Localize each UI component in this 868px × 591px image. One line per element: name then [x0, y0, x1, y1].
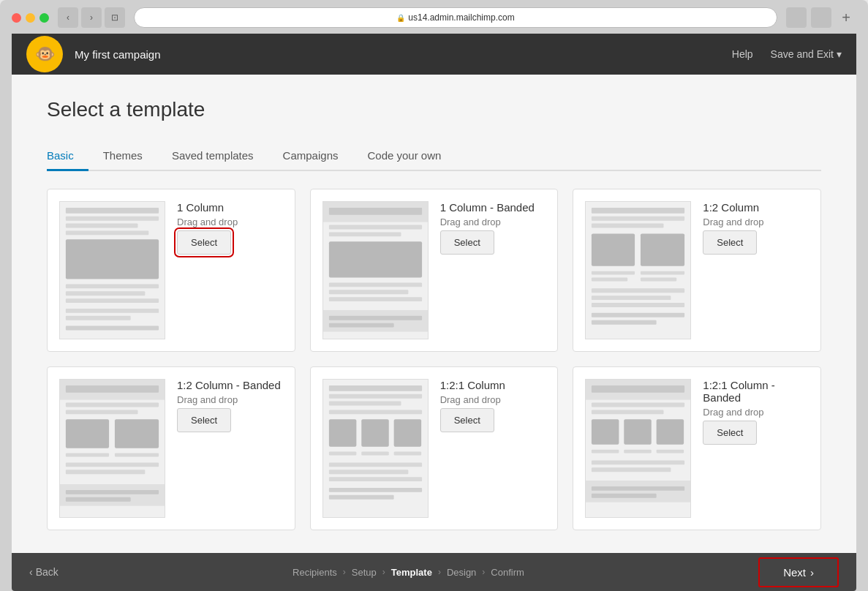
- fullscreen-dot[interactable]: [39, 13, 49, 23]
- svg-rect-35: [592, 296, 671, 300]
- template-info-121col-banded: 1:2:1 Column - Banded Drag and drop Sele…: [703, 379, 809, 445]
- tab-code-your-own[interactable]: Code your own: [352, 142, 456, 171]
- svg-rect-79: [657, 450, 684, 453]
- svg-rect-74: [592, 420, 619, 445]
- template-card-121col: 1:2:1 Column Drag and drop Select: [310, 366, 559, 530]
- svg-rect-66: [329, 478, 422, 482]
- svg-rect-68: [329, 495, 394, 500]
- template-info-12col: 1:2 Column Drag and drop Select: [703, 201, 809, 255]
- svg-rect-64: [329, 463, 422, 467]
- svg-rect-23: [329, 323, 394, 328]
- svg-rect-77: [592, 450, 619, 453]
- template-grid: 1 Column Drag and drop Select: [47, 189, 821, 545]
- nav-actions: Help Save and Exit ▾: [732, 48, 842, 60]
- minimize-dot[interactable]: [26, 13, 35, 23]
- template-card-12col-banded: 1:2 Column - Banded Drag and drop Select: [47, 366, 295, 530]
- address-bar[interactable]: 🔒 us14.admin.mailchimp.com: [134, 7, 777, 28]
- breadcrumb-sep-1: ›: [343, 567, 346, 577]
- template-type-121col-banded: Drag and drop: [703, 407, 809, 418]
- svg-rect-7: [66, 291, 145, 296]
- svg-rect-14: [329, 208, 422, 215]
- template-name-12col: 1:2 Column: [703, 201, 809, 214]
- breadcrumb-sep-4: ›: [482, 567, 485, 577]
- back-nav-button[interactable]: ‹: [58, 7, 78, 28]
- svg-rect-61: [329, 452, 356, 456]
- svg-rect-55: [329, 394, 422, 399]
- browser-dots: [12, 13, 49, 23]
- svg-rect-9: [66, 309, 159, 313]
- select-button-1col-banded[interactable]: Select: [440, 230, 494, 255]
- bottom-nav: ‹ Back Recipients › Setup › Template › D…: [12, 553, 856, 591]
- svg-rect-44: [66, 420, 109, 448]
- back-button[interactable]: ‹ Back: [29, 566, 59, 578]
- template-preview-121col: [322, 379, 429, 517]
- svg-rect-37: [592, 313, 684, 317]
- svg-rect-10: [66, 316, 131, 320]
- forward-nav-button[interactable]: ›: [81, 7, 102, 28]
- svg-rect-49: [66, 470, 145, 475]
- tab-overview-button[interactable]: ⊡: [105, 7, 125, 28]
- breadcrumb-nav: Recipients › Setup › Template › Design ›…: [59, 567, 758, 578]
- svg-rect-57: [329, 410, 422, 415]
- breadcrumb-recipients: Recipients: [293, 567, 337, 578]
- svg-rect-19: [329, 290, 408, 294]
- template-tabs: Basic Themes Saved templates Campaigns C…: [47, 142, 821, 171]
- svg-rect-72: [592, 403, 684, 407]
- logo-icon: 🐵: [35, 45, 55, 64]
- svg-rect-63: [393, 452, 420, 456]
- share-button[interactable]: [786, 7, 807, 28]
- svg-rect-78: [624, 450, 652, 453]
- new-tab-button[interactable]: +: [836, 7, 856, 28]
- svg-rect-18: [329, 282, 422, 287]
- breadcrumb-template: Template: [391, 567, 432, 578]
- svg-rect-36: [592, 303, 684, 307]
- svg-rect-52: [66, 497, 131, 502]
- next-button[interactable]: Next ›: [758, 557, 839, 587]
- tab-saved-templates[interactable]: Saved templates: [157, 142, 268, 171]
- select-button-121col-banded[interactable]: Select: [703, 421, 757, 445]
- svg-rect-26: [592, 217, 684, 221]
- top-nav: 🐵 My first campaign Help Save and Exit ▾: [12, 34, 856, 75]
- tab-campaigns[interactable]: Campaigns: [268, 142, 353, 171]
- svg-rect-16: [329, 232, 401, 236]
- template-name-121col-banded: 1:2:1 Column - Banded: [703, 379, 809, 404]
- template-info-1col-banded: 1 Column - Banded Drag and drop Select: [440, 201, 546, 255]
- select-button-1col[interactable]: Select: [177, 230, 231, 255]
- template-preview-121col-banded: [585, 379, 691, 517]
- svg-rect-82: [586, 481, 690, 502]
- select-button-121col[interactable]: Select: [440, 408, 494, 432]
- svg-rect-65: [329, 470, 408, 475]
- svg-rect-6: [66, 284, 159, 288]
- template-info-121col: 1:2:1 Column Drag and drop Select: [440, 379, 546, 432]
- new-window-button[interactable]: [811, 7, 831, 28]
- breadcrumb-design: Design: [447, 567, 476, 578]
- tab-themes[interactable]: Themes: [88, 142, 157, 171]
- template-type-121col: Drag and drop: [440, 394, 546, 405]
- chevron-down-icon: ▾: [837, 48, 842, 60]
- svg-rect-30: [592, 271, 635, 275]
- template-card-1col: 1 Column Drag and drop Select: [47, 189, 295, 352]
- close-dot[interactable]: [12, 13, 21, 23]
- select-button-12col[interactable]: Select: [703, 230, 757, 255]
- help-link[interactable]: Help: [732, 48, 753, 60]
- svg-rect-73: [592, 410, 664, 415]
- template-type-1col-banded: Drag and drop: [440, 217, 546, 227]
- tab-basic[interactable]: Basic: [47, 142, 88, 171]
- svg-rect-22: [329, 316, 422, 320]
- svg-rect-2: [66, 217, 159, 221]
- browser-actions: +: [786, 7, 856, 28]
- svg-rect-20: [329, 297, 422, 301]
- svg-rect-51: [66, 490, 159, 494]
- svg-rect-71: [592, 385, 684, 393]
- browser-nav: ‹ › ⊡: [58, 7, 125, 28]
- template-preview-12col-banded: [59, 379, 165, 517]
- svg-rect-27: [592, 224, 664, 228]
- svg-rect-45: [115, 420, 159, 448]
- svg-rect-47: [115, 453, 159, 457]
- save-exit-button[interactable]: Save and Exit ▾: [771, 48, 842, 60]
- select-button-12col-banded[interactable]: Select: [177, 408, 231, 432]
- chevron-right-icon: ›: [810, 566, 814, 579]
- svg-rect-75: [624, 420, 652, 445]
- svg-rect-62: [361, 452, 388, 456]
- svg-rect-33: [641, 278, 676, 282]
